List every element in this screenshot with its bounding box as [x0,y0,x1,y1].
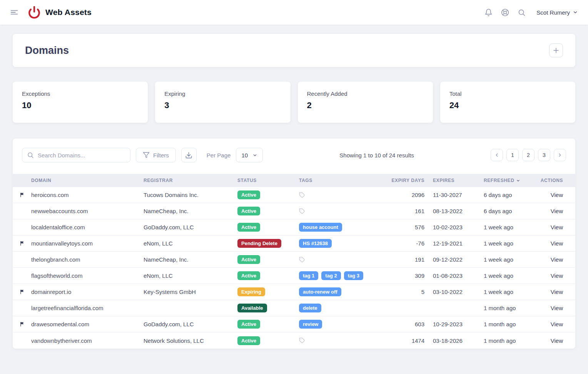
per-page-label: Per Page [207,152,231,159]
filters-label: Filters [153,152,169,159]
col-header-actions: ACTIONS [536,178,575,183]
expiry-days-cell: 161 [391,208,433,214]
domains-table-card: Filters Per Page 10 Showing 1 to 10 of 2… [13,139,575,349]
stat-value: 3 [164,100,281,110]
stat-label: Recently Added [307,90,424,97]
col-header-tags[interactable]: TAGS [299,178,391,183]
view-link[interactable]: View [551,289,563,295]
domain-cell: thelongbranch.com [31,256,144,263]
flag-icon [19,240,25,246]
table-row: localdentaloffice.com GoDaddy.com, LLC A… [13,219,575,235]
refreshed-cell: 1 week ago [484,256,536,263]
registrar-cell: Network Solutions, LLC [144,337,237,344]
chevron-down-icon [573,10,578,15]
table-row: heroicons.com Tucows Domains Inc. Active… [13,187,575,203]
bell-icon[interactable] [484,8,493,17]
expires-cell: 03-18-2026 [433,337,484,344]
brand-name: Web Assets [45,8,92,17]
registrar-cell: Key-Systems GmbH [144,289,237,295]
col-header-expires[interactable]: EXPIRES [433,178,484,183]
sort-chevron-down-icon [516,179,520,183]
col-header-registrar[interactable]: REGISTRAR [144,178,237,183]
stat-value: 2 [307,100,424,110]
tag-outline-icon [299,208,305,214]
view-link[interactable]: View [551,321,563,327]
refreshed-cell: 1 month ago [484,337,536,344]
stat-card-expiring: Expiring 3 [155,82,290,123]
funnel-icon [143,152,150,159]
col-header-status[interactable]: STATUS [237,178,299,183]
tag-badge: tag 2 [321,271,341,280]
page-title: Domains [25,45,69,57]
page-button-2[interactable]: 2 [522,149,535,161]
registrar-cell: NameCheap, Inc. [144,256,237,263]
expires-cell: 09-12-2022 [433,256,484,263]
view-link[interactable]: View [551,208,563,214]
user-name: Scot Rumery [536,9,570,16]
domain-cell: largetreefinancialflorida.com [31,305,144,311]
view-link[interactable]: View [551,337,563,344]
domain-cell: domainreport.io [31,289,144,295]
view-link[interactable]: View [551,192,563,198]
view-link[interactable]: View [551,305,563,311]
table-row: drawesomedental.com GoDaddy.com, LLC Act… [13,316,575,332]
per-page-select[interactable]: 10 [236,148,263,162]
search-icon[interactable] [518,8,526,17]
tag-badge: HS #12638 [299,239,332,248]
expiry-days-cell: 603 [391,321,433,327]
add-domain-button[interactable] [549,43,563,57]
expiry-days-cell: -76 [391,240,433,247]
table-header-row: DOMAIN REGISTRAR STATUS TAGS EXPIRY DAYS… [13,174,575,187]
domain-cell: mountianvalleytoys.com [31,240,144,247]
view-link[interactable]: View [551,240,563,247]
tag-badge: tag 1 [299,271,318,280]
status-badge: Active [237,207,260,215]
expires-cell: 12-19-2021 [433,240,484,247]
page-button-3[interactable]: 3 [538,149,550,161]
tag-badge: tag 3 [344,271,363,280]
chevron-down-icon [252,153,257,158]
flag-icon [19,289,25,295]
stat-card-total: Total 24 [440,82,575,123]
prev-page-button[interactable] [491,149,503,161]
expiry-days-cell: 2096 [391,192,433,198]
domain-cell: drawesomedental.com [31,321,144,327]
search-icon [27,152,34,159]
refreshed-cell: 1 month ago [484,321,536,327]
expires-cell: 11-30-2027 [433,192,484,198]
next-page-button[interactable] [554,149,566,161]
topbar: Web Assets Scot Rumery [0,0,588,25]
expires-cell: 08-13-2022 [433,208,484,214]
col-header-domain[interactable]: DOMAIN [31,178,144,183]
expiry-days-cell: 309 [391,272,433,279]
domain-cell: localdentaloffice.com [31,224,144,230]
domain-cell: heroicons.com [31,192,144,198]
download-icon [185,152,192,159]
filters-button[interactable]: Filters [136,148,176,162]
menu-icon[interactable] [10,8,18,17]
expiry-days-cell: 1474 [391,337,433,344]
search-input[interactable] [22,148,130,162]
refreshed-cell: 1 week ago [484,224,536,230]
status-badge: Active [237,223,260,232]
export-button[interactable] [181,148,197,162]
table-row: mountianvalleytoys.com eNom, LLC Pending… [13,235,575,252]
view-link[interactable]: View [551,272,563,279]
tag-badge: review [299,320,322,329]
registrar-cell: GoDaddy.com, LLC [144,321,237,327]
brand[interactable]: Web Assets [28,6,92,19]
support-icon[interactable] [501,8,509,17]
col-header-expiry-days[interactable]: EXPIRY DAYS [391,178,433,183]
expires-cell: 10-02-2023 [433,224,484,230]
refreshed-cell: 1 week ago [484,240,536,247]
power-logo-icon [28,6,41,19]
flag-icon [19,192,25,198]
refreshed-cell: 1 week ago [484,272,536,279]
plus-icon [553,47,560,54]
view-link[interactable]: View [551,224,563,230]
page-button-1[interactable]: 1 [506,149,519,161]
tag-badge: house account [299,223,342,232]
user-menu[interactable]: Scot Rumery [536,9,578,16]
view-link[interactable]: View [551,256,563,263]
col-header-refreshed[interactable]: REFRESHED [484,178,536,183]
